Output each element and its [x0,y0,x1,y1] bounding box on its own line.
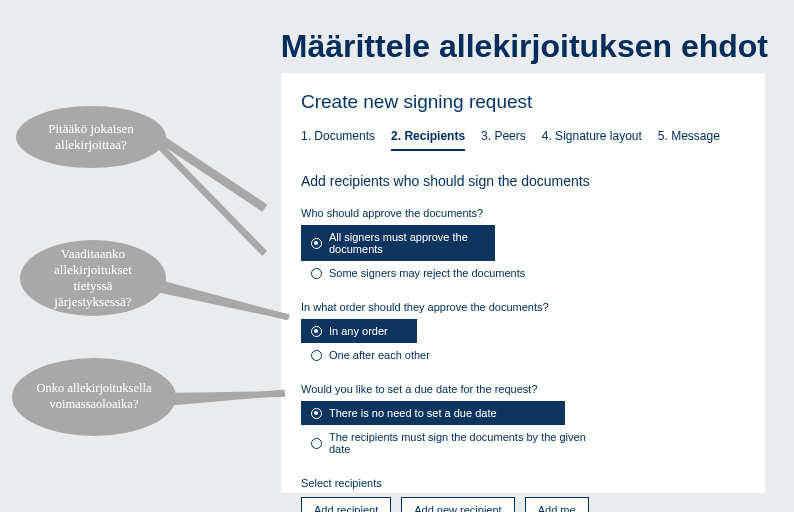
q1-option-all-signers-label: All signers must approve the documents [329,231,485,255]
radio-icon [311,268,322,279]
q1-label: Who should approve the documents? [301,207,745,219]
q2-option-one-after-label: One after each other [329,349,430,361]
q1-option-some-signers[interactable]: Some signers may reject the documents [301,261,565,285]
page-title: Määrittele allekirjoituksen ehdot [281,28,768,65]
add-me-button[interactable]: Add me [525,497,589,512]
step-peers[interactable]: 3. Peers [481,129,526,151]
add-recipient-button[interactable]: Add recipient [301,497,391,512]
q2-option-any-order[interactable]: In any order [301,319,417,343]
callout-pointer [151,278,288,320]
radio-icon [311,326,322,337]
panel-title: Create new signing request [301,91,745,113]
radio-icon [311,438,322,449]
recipient-buttons: Add recipient Add new recipient Add me [301,497,745,512]
radio-icon [311,238,322,249]
signing-request-panel: Create new signing request 1. Documents … [281,73,765,493]
step-message[interactable]: 5. Message [658,129,720,151]
step-signature-layout[interactable]: 4. Signature layout [542,129,642,151]
q1-option-all-signers[interactable]: All signers must approve the documents [301,225,495,261]
callout-3: Onko allekirjoituksella voimassaoloaika? [12,358,176,436]
select-recipients-label: Select recipients [301,477,745,489]
q3-option-due-date-label: The recipients must sign the documents b… [329,431,591,455]
section-heading: Add recipients who should sign the docum… [301,173,745,189]
step-recipients[interactable]: 2. Recipients [391,129,465,151]
callout-1: Pitääkö jokaisen allekirjoittaa? [16,106,166,168]
q3-option-due-date[interactable]: The recipients must sign the documents b… [301,425,601,461]
q2-option-any-order-label: In any order [329,325,388,337]
q3-option-no-due-date-label: There is no need to set a due date [329,407,497,419]
q3-label: Would you like to set a due date for the… [301,383,745,395]
add-new-recipient-button[interactable]: Add new recipient [401,497,514,512]
radio-icon [311,350,322,361]
q2-option-one-after[interactable]: One after each other [301,343,565,367]
callout-2: Vaaditaanko allekirjoitukset tietyssä jä… [20,240,166,316]
radio-icon [311,408,322,419]
wizard-steps: 1. Documents 2. Recipients 3. Peers 4. S… [301,129,745,151]
q2-label: In what order should they approve the do… [301,301,745,313]
q3-option-no-due-date[interactable]: There is no need to set a due date [301,401,565,425]
q1-option-some-signers-label: Some signers may reject the documents [329,267,525,279]
step-documents[interactable]: 1. Documents [301,129,375,151]
